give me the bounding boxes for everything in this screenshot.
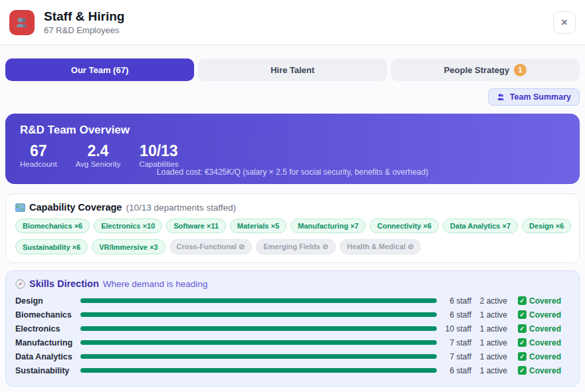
covered-label: Covered [529,366,561,375]
skill-status: ✓Covered [518,296,570,306]
capability-chip: Materials ×5 [230,219,287,233]
skill-bar-track [80,326,437,331]
capability-chip-unstaffed: Health & Medical ⊘ [340,239,421,254]
stat-value: 67 [20,143,57,159]
skills-direction-card: Skills Direction Where demand is heading… [5,270,580,387]
check-icon: ✓ [518,366,526,375]
overview-stat: 10/13Capabilities [139,143,178,168]
capability-subtitle: (10/13 departments staffed) [126,203,236,213]
skill-bar-track [80,340,437,345]
overview-stat: 67Headcount [20,143,57,168]
skill-rows: Design6 staff2 active✓CoveredBiomechanic… [15,294,570,377]
check-icon: ✓ [518,310,526,319]
skill-bar-track [80,368,437,373]
close-button[interactable]: × [553,11,576,34]
skill-staff-count: 6 staff [437,296,471,306]
skill-status: ✓Covered [518,310,570,320]
skill-bar [80,340,437,345]
skill-active-count: 2 active [471,296,507,306]
main-content: Our Team (67) Hire Talent People Strateg… [0,45,585,392]
skill-staff-count: 10 staff [437,324,471,334]
compass-icon [15,279,25,289]
overview-title: R&D Team Overview [20,124,565,137]
capability-chip: Data Analytics ×7 [443,219,518,233]
skill-status: ✓Covered [518,352,570,361]
tab-our-team[interactable]: Our Team (67) [5,58,194,81]
skill-staff-count: 7 staff [437,352,471,361]
skills-subtitle: Where demand is heading [103,279,208,289]
team-overview-card: R&D Team Overview 67Headcount2.4Avg Seni… [5,114,580,184]
skill-status: ✓Covered [518,366,570,375]
skill-staff-count: 6 staff [437,310,471,320]
skill-row: Design6 staff2 active✓Covered [15,294,570,308]
skill-row: Biomechanics6 staff1 active✓Covered [15,308,570,322]
tab-people-strategy[interactable]: People Strategy 1 [391,58,580,81]
skill-bar-track [80,312,437,317]
capability-chip: Design ×6 [522,219,571,233]
map-icon [15,203,25,212]
capability-chip: Software ×11 [166,219,226,233]
skill-label: Design [15,296,80,306]
check-icon: ✓ [518,324,526,333]
skill-bar [80,368,437,373]
capability-chips-row-1: Biomechanics ×6Electronics ×10Software ×… [15,219,570,233]
skill-active-count: 1 active [471,352,507,361]
covered-label: Covered [529,310,561,320]
capability-chip: Sustainability ×6 [15,239,88,254]
skill-status: ✓Covered [518,324,570,334]
skill-bar [80,354,437,359]
capability-title: Capability Coverage [29,202,122,213]
skill-bar [80,326,437,331]
capability-chips-row-2: Sustainability ×6VR/Immersive ×3Cross-Fu… [15,239,570,254]
covered-label: Covered [529,296,561,306]
skill-bar [80,298,437,303]
overview-stat: 2.4Avg Seniority [76,143,121,168]
skill-staff-count: 7 staff [437,338,471,347]
notification-badge: 1 [514,64,526,76]
page-subtitle: 67 R&D Employees [44,25,124,35]
skill-row: Electronics10 staff1 active✓Covered [15,322,570,336]
skill-active-count: 1 active [471,338,507,347]
overview-stats: 67Headcount2.4Avg Seniority10/13Capabili… [20,143,565,168]
skill-staff-count: 6 staff [437,366,471,375]
tab-hire-talent[interactable]: Hire Talent [198,58,387,81]
team-summary-label: Team Summary [510,92,571,102]
skill-row: Data Analytics7 staff1 active✓Covered [15,349,570,363]
skill-bar-track [80,298,437,303]
app-header: Staff & Hiring 67 R&D Employees × [0,0,585,45]
stat-value: 2.4 [76,143,121,159]
covered-label: Covered [529,352,561,361]
skill-row: Manufacturing7 staff1 active✓Covered [15,336,570,349]
capability-chip: VR/Immersive ×3 [92,239,165,254]
skills-title: Skills Direction [29,278,99,289]
people-icon [497,93,506,101]
capability-chip: Electronics ×10 [94,219,162,233]
capability-chip: Biomechanics ×6 [15,219,90,233]
capability-chip: Manufacturing ×7 [291,219,366,233]
capability-chip: Connectivity ×6 [370,219,439,233]
check-icon: ✓ [518,338,526,347]
capability-coverage-card: Capability Coverage (10/13 departments s… [5,193,580,263]
close-icon: × [561,17,567,28]
stat-value: 10/13 [139,143,178,159]
skill-label: Sustainability [15,366,80,375]
skill-row: Sustainability6 staff1 active✓Covered [15,363,570,377]
skill-status: ✓Covered [518,338,570,347]
skill-label: Biomechanics [15,310,80,320]
skill-label: Manufacturing [15,338,80,347]
skill-active-count: 1 active [471,310,507,320]
check-icon: ✓ [518,296,526,305]
page-title: Staff & Hiring [44,9,124,24]
skill-active-count: 1 active [471,324,507,334]
capability-chip-unstaffed: Emerging Fields ⊘ [256,239,336,254]
skill-label: Data Analytics [15,352,80,361]
team-summary-button[interactable]: Team Summary [488,88,580,106]
tab-label: Our Team (67) [71,65,128,75]
skill-bar-track [80,354,437,359]
covered-label: Covered [529,338,561,347]
tab-bar: Our Team (67) Hire Talent People Strateg… [5,45,580,81]
skill-active-count: 1 active [471,366,507,375]
covered-label: Covered [529,324,561,334]
skill-bar [80,312,437,317]
loaded-cost-note: Loaded cost: €3425K/Q (salary × 2.5 for … [5,167,580,177]
